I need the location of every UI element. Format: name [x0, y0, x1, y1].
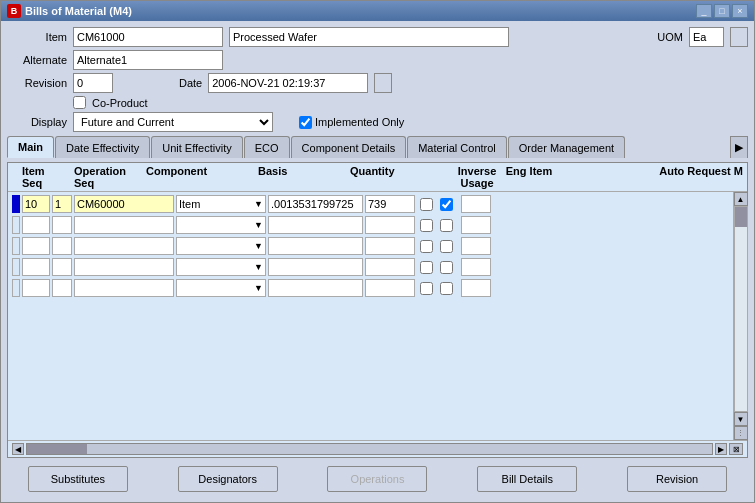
item-description-field[interactable]	[229, 27, 509, 47]
eng-item-cell	[437, 282, 455, 295]
implemented-checkbox[interactable]	[299, 116, 312, 129]
quantity-cell[interactable]	[268, 237, 363, 255]
scroll-left-button[interactable]: ◀	[12, 443, 24, 455]
extra-cell[interactable]	[461, 195, 491, 213]
item-seq-cell[interactable]	[22, 258, 50, 276]
table-row: 10 1 CM60000 Item ▼ .0013531799725 739	[12, 194, 729, 214]
uom-field[interactable]	[689, 27, 724, 47]
operations-button[interactable]: Operations	[327, 466, 427, 492]
designators-button[interactable]: Designators	[178, 466, 278, 492]
tab-material-control[interactable]: Material Control	[407, 136, 507, 158]
quantity2-cell[interactable]	[365, 279, 415, 297]
quantity-cell[interactable]	[268, 279, 363, 297]
inverse-usage-check[interactable]	[420, 282, 433, 295]
eng-item-cell	[437, 261, 455, 274]
scroll-right-button[interactable]: ▶	[715, 443, 727, 455]
minimize-button[interactable]: _	[696, 4, 712, 18]
maximize-button[interactable]: □	[714, 4, 730, 18]
basis-cell[interactable]: ▼	[176, 216, 266, 234]
eng-item-check[interactable]	[440, 198, 453, 211]
extra-cell[interactable]	[461, 279, 491, 297]
alternate-field[interactable]	[73, 50, 223, 70]
quantity-cell[interactable]	[268, 258, 363, 276]
operation-seq-header: Operation Seq	[54, 165, 134, 189]
substitutes-button[interactable]: Substitutes	[28, 466, 128, 492]
inverse-usage-check[interactable]	[420, 261, 433, 274]
basis-cell[interactable]: ▼	[176, 258, 266, 276]
tab-eco[interactable]: ECO	[244, 136, 290, 158]
extra-cell[interactable]	[461, 237, 491, 255]
row-indicator	[12, 279, 20, 297]
component-cell[interactable]: CM60000	[74, 195, 174, 213]
item-seq-cell[interactable]	[22, 216, 50, 234]
component-cell[interactable]	[74, 279, 174, 297]
grid-body-scroll: 10 1 CM60000 Item ▼ .0013531799725 739	[8, 192, 747, 440]
component-cell[interactable]	[74, 258, 174, 276]
inverse-usage-check[interactable]	[420, 219, 433, 232]
scroll-thumb[interactable]	[735, 207, 747, 227]
quantity2-cell[interactable]: 739	[365, 195, 415, 213]
op-seq-cell[interactable]	[52, 279, 72, 297]
tabs-container: Main Date Effectivity Unit Effectivity E…	[7, 136, 748, 158]
basis-cell[interactable]: ▼	[176, 279, 266, 297]
tab-component-details[interactable]: Component Details	[291, 136, 407, 158]
component-cell[interactable]	[74, 237, 174, 255]
basis-cell[interactable]: ▼	[176, 237, 266, 255]
item-seq-cell[interactable]	[22, 237, 50, 255]
op-seq-cell[interactable]	[52, 216, 72, 234]
scroll-up-button[interactable]: ▲	[734, 192, 748, 206]
scroll-down-button[interactable]: ▼	[734, 412, 748, 426]
basis-cell[interactable]: Item ▼	[176, 195, 266, 213]
date-label: Date	[179, 77, 202, 89]
eng-item-check[interactable]	[440, 282, 453, 295]
extra-cell[interactable]	[461, 216, 491, 234]
display-select[interactable]: Future and Current Current Past All	[73, 112, 273, 132]
op-seq-cell[interactable]: 1	[52, 195, 72, 213]
h-scroll-thumb[interactable]	[27, 444, 87, 454]
item-field[interactable]	[73, 27, 223, 47]
tab-scroll-right[interactable]: ▶	[730, 136, 748, 158]
table-row: ▼	[12, 236, 729, 256]
quantity2-cell[interactable]	[365, 258, 415, 276]
bill-details-button[interactable]: Bill Details	[477, 466, 577, 492]
inverse-usage-check[interactable]	[420, 198, 433, 211]
date-field[interactable]	[208, 73, 368, 93]
eng-item-cell	[437, 198, 455, 211]
close-button[interactable]: ×	[732, 4, 748, 18]
date-button[interactable]	[374, 73, 392, 93]
coproduct-checkbox[interactable]	[73, 96, 86, 109]
op-seq-cell[interactable]	[52, 237, 72, 255]
item-seq-cell[interactable]	[22, 279, 50, 297]
extra-cell[interactable]	[461, 258, 491, 276]
item-seq-cell[interactable]: 10	[22, 195, 50, 213]
tab-order-management[interactable]: Order Management	[508, 136, 625, 158]
tab-date-effectivity[interactable]: Date Effectivity	[55, 136, 150, 158]
quantity2-cell[interactable]	[365, 216, 415, 234]
eng-item-check[interactable]	[440, 219, 453, 232]
quantity-cell[interactable]	[268, 216, 363, 234]
quantity2-cell[interactable]	[365, 237, 415, 255]
revision-button[interactable]: Revision	[627, 466, 727, 492]
op-seq-cell[interactable]	[52, 258, 72, 276]
display-row: Display Future and Current Current Past …	[7, 112, 748, 132]
tab-main[interactable]: Main	[7, 136, 54, 158]
content-area: Item UOM Alternate Revision Date	[1, 21, 754, 502]
grid-rows: 10 1 CM60000 Item ▼ .0013531799725 739	[8, 192, 733, 440]
eng-item-check[interactable]	[440, 240, 453, 253]
implemented-area: Implemented Only	[299, 116, 404, 129]
quantity-header: Quantity	[350, 165, 450, 189]
eng-item-check[interactable]	[440, 261, 453, 274]
item-row: Item UOM	[7, 27, 748, 47]
basis-dropdown-arrow: ▼	[254, 283, 263, 293]
scroll-resize[interactable]: ⋮	[734, 426, 748, 440]
uom-button[interactable]	[730, 27, 748, 47]
component-cell[interactable]	[74, 216, 174, 234]
revision-field[interactable]	[73, 73, 113, 93]
quantity-cell[interactable]: .0013531799725	[268, 195, 363, 213]
inverse-usage-check[interactable]	[420, 240, 433, 253]
horizontal-scrollbar[interactable]	[26, 443, 713, 455]
inverse-usage-cell	[417, 282, 435, 295]
eng-item-cell	[437, 240, 455, 253]
footer-buttons: Substitutes Designators Operations Bill …	[7, 462, 748, 496]
tab-unit-effectivity[interactable]: Unit Effectivity	[151, 136, 243, 158]
